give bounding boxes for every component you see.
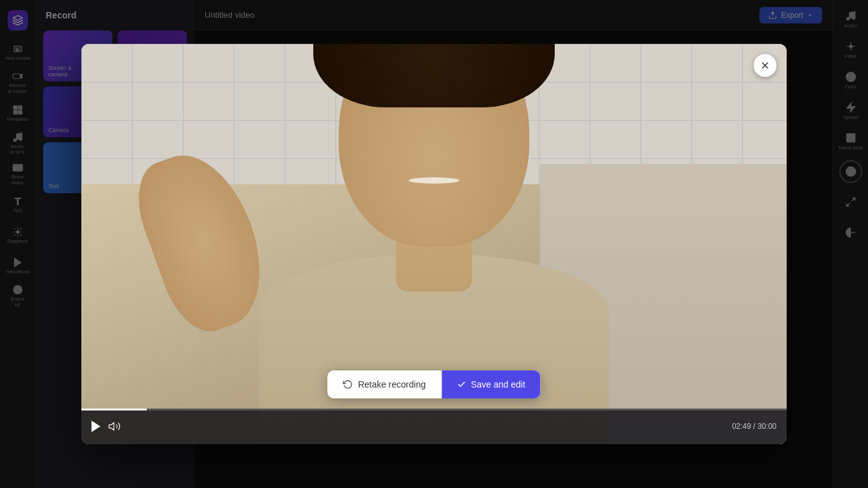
video-modal: 02:49 / 30:00 Retake recording	[81, 44, 787, 444]
retake-icon	[342, 379, 353, 390]
play-icon	[92, 421, 100, 432]
svg-marker-16	[109, 423, 114, 430]
progress-bar-fill	[81, 409, 147, 410]
retake-recording-button[interactable]: Retake recording	[327, 370, 442, 398]
action-buttons-container: Retake recording Save and edit	[327, 370, 540, 398]
save-edit-label: Save and edit	[471, 379, 526, 390]
progress-bar-container	[81, 409, 787, 410]
retake-recording-label: Retake recording	[358, 379, 426, 390]
save-edit-button[interactable]: Save and edit	[442, 370, 541, 398]
modal-overlay: 02:49 / 30:00 Retake recording	[0, 0, 868, 488]
volume-button[interactable]	[108, 420, 121, 433]
video-controls-bar: 02:49 / 30:00	[81, 409, 787, 444]
play-button[interactable]	[92, 421, 100, 432]
modal-close-button[interactable]	[754, 54, 776, 77]
time-display: 02:49 / 30:00	[732, 422, 776, 431]
check-icon	[457, 380, 466, 389]
person-hair	[313, 44, 555, 107]
